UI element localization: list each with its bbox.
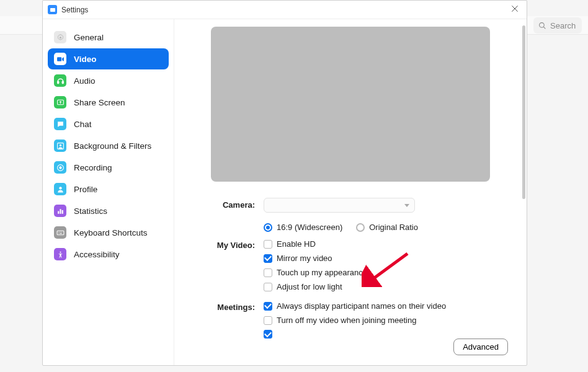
dialog-body: GeneralVideoAudioShare ScreenChatBackgro… <box>43 19 527 365</box>
sidebar-item-label: Recording <box>74 163 112 172</box>
chat-icon <box>54 118 66 130</box>
mirror-label: Mirror my video <box>277 254 332 263</box>
svg-line-1 <box>543 27 545 29</box>
checkbox-icon <box>264 330 272 339</box>
sidebar-item-label: Accessibility <box>74 250 120 259</box>
mirror-option[interactable]: Mirror my video <box>264 254 509 263</box>
checkbox-icon <box>264 254 272 263</box>
sidebar-item-chat[interactable]: Chat <box>48 113 169 135</box>
close-button[interactable] <box>510 4 522 16</box>
sidebar-item-recording[interactable]: Recording <box>48 157 169 178</box>
search-icon <box>538 22 546 30</box>
svg-point-19 <box>58 231 59 232</box>
touch-up-option[interactable]: Touch up my appearance <box>264 268 509 277</box>
svg-point-14 <box>59 187 61 189</box>
sidebar-item-label: Video <box>74 55 97 64</box>
sidebar-item-share-screen[interactable]: Share Screen <box>48 92 169 113</box>
sidebar-item-statistics[interactable]: Statistics <box>48 200 169 221</box>
svg-rect-16 <box>60 209 61 214</box>
gear-icon <box>54 31 66 43</box>
svg-point-11 <box>59 144 61 146</box>
low-light-option[interactable]: Adjust for low light <box>264 282 509 291</box>
search-box[interactable]: Search <box>533 17 582 33</box>
zoom-app-icon <box>48 5 57 14</box>
advanced-label: Advanced <box>463 342 499 352</box>
enable-hd-label: Enable HD <box>277 239 316 249</box>
checkbox-icon <box>264 302 272 311</box>
audio-icon <box>54 74 66 87</box>
advanced-button[interactable]: Advanced <box>453 339 508 355</box>
sidebar-item-label: Keyboard Shortcuts <box>74 228 148 237</box>
aspect-169-label: 16:9 (Widescreen) <box>277 223 342 232</box>
scrollbar[interactable] <box>522 25 525 317</box>
video-preview <box>211 27 490 182</box>
camera-select[interactable] <box>264 198 415 213</box>
checkbox-icon <box>264 283 272 291</box>
accessibility-icon <box>54 248 66 260</box>
sidebar-item-profile[interactable]: Profile <box>48 179 169 200</box>
settings-dialog: Settings GeneralVideoAudioShare ScreenCh… <box>42 0 527 366</box>
enable-hd-option[interactable]: Enable HD <box>264 239 509 249</box>
share-icon <box>54 96 66 108</box>
display-names-option[interactable]: Always display participant names on thei… <box>264 301 509 311</box>
background-icon <box>54 140 66 152</box>
svg-marker-6 <box>62 57 64 61</box>
turn-off-join-label: Turn off my video when joining meeting <box>277 316 416 325</box>
svg-point-4 <box>59 36 61 38</box>
svg-point-21 <box>61 231 61 232</box>
aspect-169-option[interactable]: 16:9 (Widescreen) <box>264 223 342 232</box>
touch-up-label: Touch up my appearance <box>277 268 367 277</box>
myvideo-label: My Video: <box>192 238 264 250</box>
scrollbar-thumb[interactable] <box>522 25 525 199</box>
window-title: Settings <box>61 6 88 14</box>
sidebar-item-accessibility[interactable]: Accessibility <box>48 244 169 265</box>
sidebar-item-video[interactable]: Video <box>48 48 169 69</box>
camera-label: Camera: <box>192 198 264 210</box>
myvideo-row: My Video: Enable HD Mirror my video Touc… <box>192 238 509 291</box>
radio-icon <box>356 223 365 232</box>
svg-rect-5 <box>57 57 61 61</box>
low-light-label: Adjust for low light <box>277 282 342 291</box>
svg-rect-15 <box>58 211 59 213</box>
sidebar-item-label: Audio <box>74 76 96 86</box>
svg-point-22 <box>58 233 59 234</box>
sidebar-item-general[interactable]: General <box>48 27 169 48</box>
aspect-original-label: Original Ratio <box>369 223 418 232</box>
video-icon <box>54 53 66 65</box>
recording-icon <box>54 161 66 174</box>
sidebar-item-label: Share Screen <box>74 98 125 107</box>
svg-point-24 <box>60 251 61 252</box>
svg-rect-18 <box>57 231 64 235</box>
sidebar-item-background-filters[interactable]: Background & Filters <box>48 135 169 156</box>
sidebar-item-label: Profile <box>74 185 97 194</box>
sidebar: GeneralVideoAudioShare ScreenChatBackgro… <box>43 19 174 365</box>
checkbox-icon <box>264 316 272 325</box>
meetings-row: Meetings: Always display participant nam… <box>192 300 509 339</box>
svg-rect-23 <box>60 233 61 234</box>
titlebar: Settings <box>43 1 527 19</box>
sidebar-item-label: Background & Filters <box>74 141 151 151</box>
content-panel: Camera: 16:9 (Widescreen) Original Ratio <box>174 19 527 365</box>
partial-option[interactable] <box>264 330 509 339</box>
statistics-icon <box>54 205 66 217</box>
camera-row: Camera: 16:9 (Widescreen) Original Ratio <box>192 198 509 232</box>
keyboard-icon <box>54 226 66 239</box>
svg-rect-17 <box>61 210 63 213</box>
sidebar-item-label: General <box>74 33 104 42</box>
close-icon <box>510 4 519 13</box>
turn-off-join-option[interactable]: Turn off my video when joining meeting <box>264 316 509 325</box>
aspect-original-option[interactable]: Original Ratio <box>356 223 418 232</box>
svg-rect-7 <box>57 81 58 84</box>
display-names-label: Always display participant names on thei… <box>277 301 446 311</box>
checkbox-icon <box>264 268 272 277</box>
svg-point-0 <box>540 22 545 27</box>
svg-rect-8 <box>62 81 63 84</box>
sidebar-item-audio[interactable]: Audio <box>48 70 169 91</box>
svg-point-20 <box>60 231 60 232</box>
search-placeholder: Search <box>550 21 576 30</box>
checkbox-icon <box>264 240 272 249</box>
sidebar-item-keyboard-shortcuts[interactable]: Keyboard Shortcuts <box>48 222 169 243</box>
svg-point-13 <box>59 166 61 169</box>
radio-icon <box>264 223 272 232</box>
meetings-label: Meetings: <box>192 300 264 312</box>
